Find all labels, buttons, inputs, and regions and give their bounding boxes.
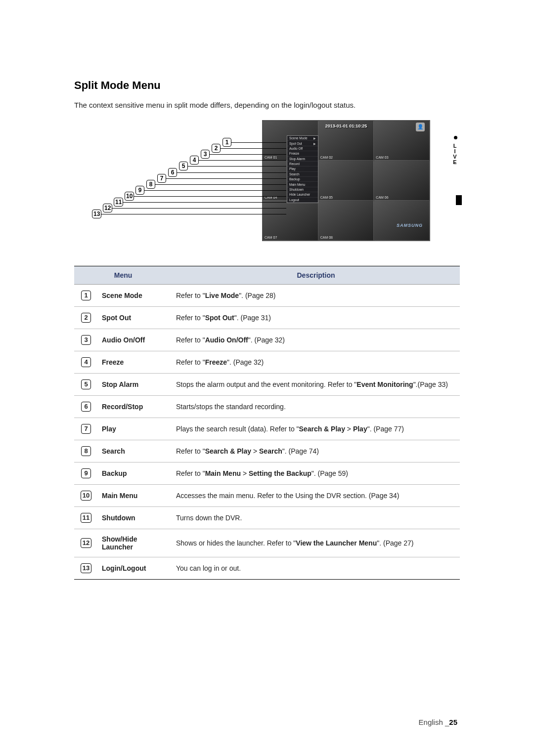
context-menu-label: Logout (289, 198, 299, 202)
callout: 13 (92, 210, 101, 218)
row-description-cell: Turns down the DVR. (172, 507, 460, 529)
row-menu-cell: Login/Logout (98, 557, 172, 580)
row-number-cell: 12 (74, 529, 98, 557)
cam-label: CAM 05 (320, 196, 333, 199)
row-number-box: 2 (81, 313, 91, 323)
callout-number: 8 (146, 180, 155, 189)
callout: 5 (179, 162, 188, 170)
context-menu-label: Audio Off (289, 147, 303, 150)
row-number-box: 4 (81, 357, 91, 367)
footer-lang: English (419, 718, 443, 726)
context-menu: Scene Mode▶Spot Out▶Audio OffFreezeStop … (287, 135, 318, 203)
row-number-box: 7 (81, 424, 91, 434)
row-number-cell: 5 (74, 374, 98, 396)
context-menu-label: Main Menu (289, 183, 305, 186)
row-menu-cell: Record/Stop (98, 396, 172, 418)
table-row: 3Audio On/OffRefer to "Audio On/Off". (P… (74, 329, 460, 351)
figure-diagram: CAM 01 CAM 02 CAM 03 CAM 04 CAM 05 CAM 0… (74, 120, 430, 241)
brand-logo: SAMSUNG (397, 223, 423, 228)
row-number-cell: 10 (74, 485, 98, 507)
row-description-cell: Refer to "Freeze". (Page 32) (172, 351, 460, 374)
table-row: 6Record/StopStarts/stops the standard re… (74, 396, 460, 418)
callout: 12 (103, 204, 112, 212)
table-row: 2Spot OutRefer to "Spot Out". (Page 31) (74, 307, 460, 329)
row-description-cell: Plays the search result (data). Refer to… (172, 418, 460, 440)
row-description-cell: You can log in or out. (172, 557, 460, 580)
callout: 8 (146, 180, 155, 189)
context-menu-label: Shutdown (289, 188, 304, 191)
cam-label: CAM 03 (376, 156, 388, 159)
side-tab-marker (456, 195, 462, 205)
row-menu-cell: Main Menu (98, 485, 172, 507)
row-description-cell: Accesses the main menu. Refer to the Usi… (172, 485, 460, 507)
context-menu-item: Scene Mode▶ (287, 136, 318, 141)
context-menu-item: Logout (287, 198, 318, 203)
context-menu-item: Spot Out▶ (287, 141, 318, 146)
row-menu-cell: Spot Out (98, 307, 172, 329)
row-number-cell: 6 (74, 396, 98, 418)
callout-number: 9 (135, 186, 144, 195)
row-description-cell: Refer to "Search & Play > Search". (Page… (172, 440, 460, 462)
callout-leader (166, 178, 286, 179)
row-menu-cell: Shutdown (98, 507, 172, 529)
context-menu-item: Shutdown (287, 187, 318, 192)
callout-leader (210, 154, 286, 155)
page-footer: English _25 (419, 718, 457, 726)
table-row: 5Stop AlarmStops the alarm output and th… (74, 374, 460, 396)
callout: 6 (168, 168, 177, 177)
row-description-cell: Shows or hides the launcher. Refer to "V… (172, 529, 460, 557)
context-menu-label: Scene Mode (289, 136, 308, 140)
table-row: 7PlayPlays the search result (data). Ref… (74, 418, 460, 440)
context-menu-label: Hide Launcher (289, 193, 310, 196)
callout-leader (231, 142, 286, 143)
callout-leader (199, 160, 286, 161)
row-number-cell: 3 (74, 329, 98, 351)
row-menu-cell: Stop Alarm (98, 374, 172, 396)
row-number-cell: 7 (74, 418, 98, 440)
context-menu-label: Spot Out (289, 142, 302, 145)
row-description-cell: Stops the alarm output and the event mon… (172, 374, 460, 396)
callout-number: 7 (157, 174, 166, 183)
row-number-cell: 9 (74, 462, 98, 485)
context-menu-item: Freeze (287, 151, 318, 156)
table-row: 12Show/Hide LauncherShows or hides the l… (74, 529, 460, 557)
callout-number: 6 (168, 168, 177, 177)
context-menu-item: Hide Launcher (287, 192, 318, 197)
callout-number: 13 (92, 210, 101, 218)
table-row: 11ShutdownTurns down the DVR. (74, 507, 460, 529)
callout-leader (177, 172, 286, 173)
cam-label: CAM 08 (320, 236, 333, 239)
context-menu-label: Freeze (289, 152, 299, 155)
context-menu-label: Play (289, 167, 296, 170)
menu-table: Menu Description 1Scene ModeRefer to "Li… (74, 266, 460, 580)
context-menu-label: Search (289, 172, 300, 176)
row-menu-cell: Backup (98, 462, 172, 485)
cam-label: CAM 02 (320, 156, 333, 159)
callout: 3 (201, 150, 210, 159)
callout-leader (134, 196, 286, 197)
screenshot: CAM 01 CAM 02 CAM 03 CAM 04 CAM 05 CAM 0… (262, 120, 430, 241)
callout-number: 3 (201, 150, 210, 159)
callout: 7 (157, 174, 166, 183)
callout-group: 12345678910111213 (74, 131, 282, 240)
callout: 1 (222, 138, 231, 147)
row-menu-cell: Show/Hide Launcher (98, 529, 172, 557)
row-menu-cell: Scene Mode (98, 285, 172, 307)
section-intro: The context sensitive menu in split mode… (74, 101, 460, 109)
callout: 4 (190, 156, 199, 165)
user-icon: 👤 (416, 123, 425, 131)
row-number-box: 13 (81, 563, 91, 573)
row-description-cell: Refer to "Audio On/Off". (Page 32) (172, 329, 460, 351)
table-row: 1Scene ModeRefer to "Live Mode". (Page 2… (74, 285, 460, 307)
callout-leader (188, 166, 286, 167)
callout-leader (144, 190, 286, 191)
context-menu-item: Stop Alarm (287, 157, 318, 162)
row-number-cell: 2 (74, 307, 98, 329)
row-number-box: 11 (81, 513, 91, 523)
row-number-cell: 1 (74, 285, 98, 307)
context-menu-label: Record (289, 162, 300, 166)
callout-number: 12 (103, 204, 112, 212)
footer-page: 25 (449, 718, 457, 726)
th-menu: Menu (74, 266, 172, 285)
row-menu-cell: Freeze (98, 351, 172, 374)
